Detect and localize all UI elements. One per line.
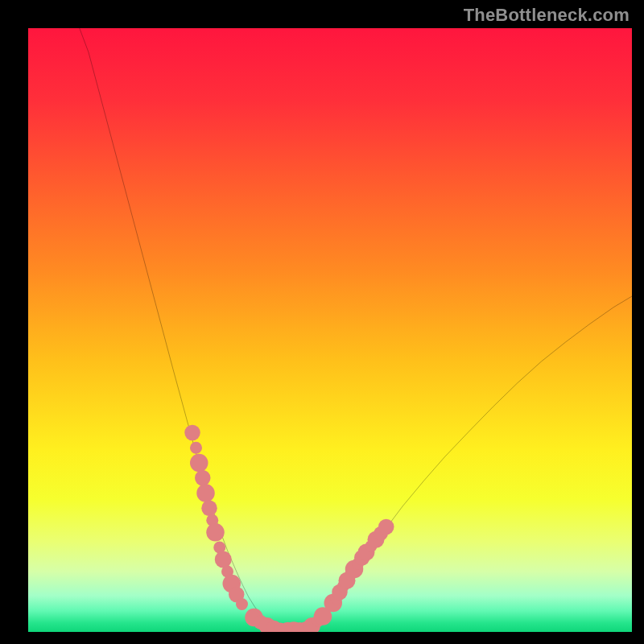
bottleneck-curve: [80, 28, 632, 631]
highlight-dot: [236, 598, 248, 610]
watermark-text: TheBottleneck.com: [464, 5, 630, 26]
highlight-dot: [206, 523, 225, 542]
highlight-dot: [378, 519, 394, 535]
highlight-dot: [190, 454, 208, 473]
highlight-dot: [215, 551, 232, 568]
chart-stage: TheBottleneck.com: [0, 0, 644, 644]
highlight-dot: [201, 501, 217, 516]
highlight-dot: [190, 442, 202, 454]
curve-layer: [28, 28, 632, 632]
highlight-dot: [196, 484, 215, 502]
plot-area: [28, 28, 632, 632]
highlight-dot: [184, 425, 200, 440]
highlight-dot: [195, 470, 211, 485]
highlight-dots: [184, 425, 394, 632]
